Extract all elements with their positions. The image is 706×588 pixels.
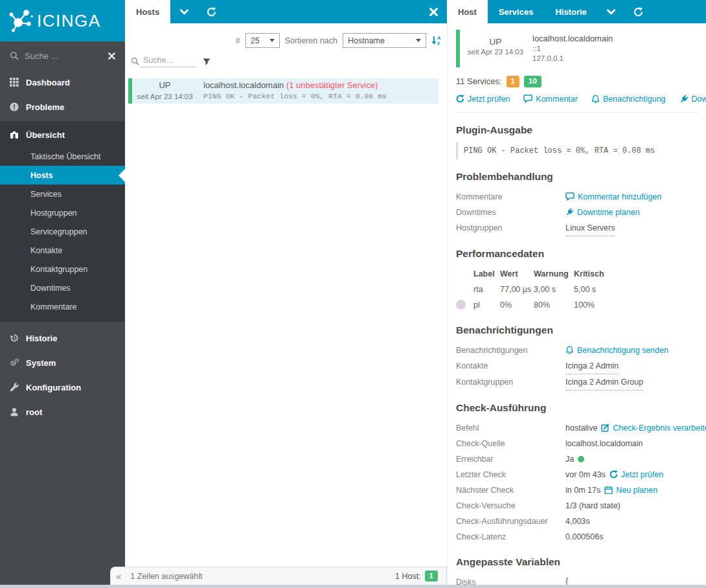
sidebar-item-kontaktgruppen[interactable]: Kontaktgruppen (0, 260, 125, 278)
sidebar-item-servicegruppen[interactable]: Servicegruppen (0, 222, 125, 241)
comment-icon (565, 192, 575, 201)
host-name-link[interactable]: localhost.localdomain (203, 80, 284, 90)
sidebar-item-hosts[interactable]: Hosts (0, 166, 125, 185)
refresh-icon (609, 470, 618, 479)
detail-row: Erreichbar Ja (456, 451, 698, 467)
host-state-since: seit Apr 23 14:03 (132, 91, 198, 102)
refresh-icon[interactable] (198, 0, 225, 23)
host-state: UP (460, 36, 531, 48)
list-search (131, 56, 447, 67)
host-state: UP (132, 80, 198, 91)
tab-historie[interactable]: Historie (544, 0, 597, 23)
sort-select[interactable]: Hostname (343, 33, 426, 48)
plug-icon (679, 95, 689, 104)
sidebar-item-services[interactable]: Services (0, 185, 125, 203)
host-detail-column: Host Services Historie UP seit Apr 23 14… (447, 0, 706, 588)
chevron-down-icon[interactable] (170, 0, 198, 23)
sidebar-item-dashboard[interactable]: Dashboard (0, 70, 125, 95)
tab-host[interactable]: Host (447, 0, 488, 23)
sidebar-item-konfiguration[interactable]: Konfiguration (0, 375, 125, 400)
host-actions: Jetzt prüfen Kommentar Benachrichtigung … (456, 95, 698, 104)
send-notification-link[interactable]: Benachrichtigung senden (565, 343, 668, 358)
sidebar-search-input[interactable] (25, 51, 102, 61)
downtime-action[interactable]: Downtime (679, 95, 706, 104)
sidebar-item-kommentare[interactable]: Kommentare (0, 297, 125, 316)
logo-wordmark: ICINGA (37, 11, 101, 31)
detail-tab-bar: Host Services Historie (447, 0, 706, 23)
sidebar-item-label: Dashboard (26, 78, 70, 87)
reachable-ok-dot (578, 456, 584, 462)
filter-funnel-icon[interactable] (203, 58, 211, 65)
sidebar-item-label: Konfiguration (26, 383, 81, 392)
sidebar-item-kontakte[interactable]: Kontakte (0, 241, 125, 260)
reschedule-link[interactable]: Neu planen (604, 482, 657, 498)
sidebar-item-taktische-uebersicht[interactable]: Taktische Übersicht (0, 147, 125, 166)
wrench-icon (10, 383, 19, 392)
sidebar-item-root[interactable]: root (0, 400, 125, 424)
dashboard-grid-icon (10, 78, 19, 87)
perfdata-row-rta: rta 77,00 µs 3,00 s 5,00 s (456, 282, 698, 297)
sidebar-section-uebersicht: Übersicht Taktische Übersicht Hosts Serv… (0, 121, 125, 322)
section-title-custom-vars: Angepasste Variablen (456, 556, 698, 568)
detail-row: Kontaktgruppen Icinga 2 Admin Group (456, 374, 698, 390)
collapse-sidebar-button[interactable]: « (116, 571, 121, 581)
sidebar-item-probleme[interactable]: Probleme (0, 95, 125, 119)
icinga-app: ICINGA Dashboard Probleme (0, 0, 706, 588)
refresh-icon (456, 95, 464, 103)
sidebar-item-uebersicht[interactable]: Übersicht (0, 122, 125, 147)
comment-icon (523, 95, 532, 103)
comment-action[interactable]: Kommentar (523, 95, 578, 104)
sidebar-item-system[interactable]: System (0, 350, 125, 375)
svg-text:z: z (437, 40, 440, 45)
clear-search-icon[interactable] (108, 52, 115, 60)
sidebar-item-label: Probleme (26, 102, 64, 112)
icinga-logo[interactable]: ICINGA (0, 0, 125, 41)
detail-row: Befehl hostalive Check-Ergebnis verarbei… (456, 420, 698, 436)
tab-services[interactable]: Services (488, 0, 545, 23)
detail-row: Downtimes Downtime planen (456, 205, 698, 220)
section-title-perfdata: Performancedaten (456, 248, 698, 260)
bell-icon (565, 346, 574, 354)
sort-alpha-down-icon[interactable]: Az (431, 36, 442, 45)
refresh-icon[interactable] (625, 0, 652, 23)
section-divider (456, 112, 698, 113)
list-footer: « 1 Zeilen ausgewählt 1 Host: 1 (110, 567, 447, 585)
notification-action[interactable]: Benachrichtigung (591, 95, 666, 104)
detail-row: Kontakte Icinga 2 Admin (456, 358, 698, 374)
list-search-input[interactable] (139, 56, 196, 67)
detail-row: Kommentare Kommentar hinzufügen (456, 189, 698, 205)
rows-selected-text: 1 Zeilen ausgewählt (130, 572, 202, 581)
horizontal-scrollbar[interactable] (0, 585, 706, 588)
services-handled-badge[interactable]: 1 (507, 76, 519, 87)
hostgroup-link[interactable]: Linux Servers (565, 220, 615, 236)
host-count-badge[interactable]: 1 (425, 571, 438, 582)
services-summary-label: 11 Services: (456, 76, 502, 86)
unhandled-service-flag: (1 unbestätigter Service) (286, 80, 378, 90)
section-title-problem-handling: Problembehandlung (456, 171, 698, 183)
schedule-downtime-link[interactable]: Downtime planen (565, 205, 640, 220)
chevron-down-icon[interactable] (598, 0, 625, 23)
add-comment-link[interactable]: Kommentar hinzufügen (565, 189, 661, 205)
select-caret-icon (416, 39, 421, 42)
icinga-molecule-icon (5, 6, 35, 36)
section-title-plugin-output: Plugin-Ausgabe (456, 124, 698, 136)
services-ok-badge[interactable]: 10 (524, 76, 541, 87)
contactgroup-link[interactable]: Icinga 2 Admin Group (565, 374, 643, 390)
perfdata-table: Label Wert Warnung Kritisch rta 77,00 µs… (456, 266, 698, 313)
tab-hosts[interactable]: Hosts (125, 0, 170, 23)
process-check-result-link[interactable]: Check-Ergebnis verarbeiten (601, 420, 706, 436)
close-icon[interactable] (420, 0, 447, 23)
edit-icon (601, 424, 609, 432)
check-now-link[interactable]: Jetzt prüfen (609, 467, 663, 482)
contact-link[interactable]: Icinga 2 Admin (565, 358, 619, 374)
sidebar-item-downtimes[interactable]: Downtimes (0, 278, 125, 297)
detail-body: UP seit Apr 23 14:03 localhost.localdoma… (447, 23, 706, 588)
sidebar-item-hostgruppen[interactable]: Hostgruppen (0, 203, 125, 222)
search-icon (131, 57, 139, 65)
host-list-row[interactable]: UP seit Apr 23 14:03 localhost.localdoma… (128, 78, 438, 104)
limit-select[interactable]: 25 (245, 33, 280, 48)
host-list-column: Hosts # 25 Sortieren nach Hostname (125, 0, 447, 588)
search-icon (10, 51, 19, 60)
check-now-action[interactable]: Jetzt prüfen (456, 95, 510, 104)
sidebar-item-historie[interactable]: Historie (0, 326, 125, 350)
